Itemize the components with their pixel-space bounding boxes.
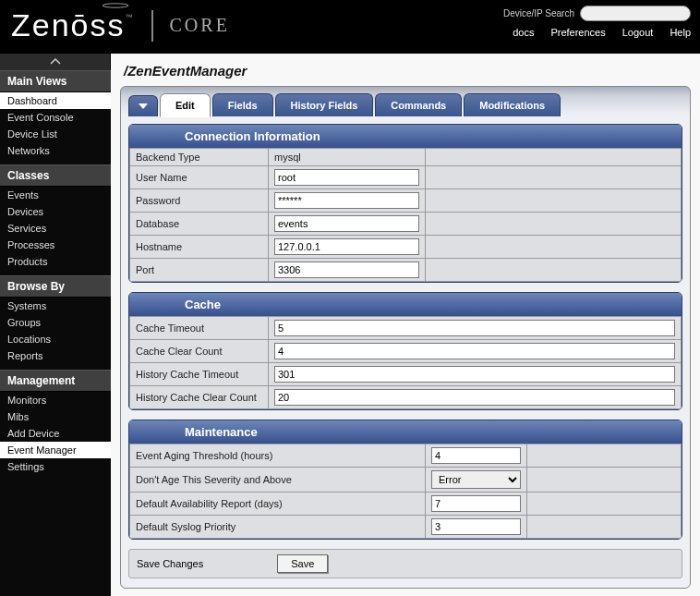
panel-maintenance-header: Maintenance	[129, 420, 682, 444]
syslog-priority-input[interactable]	[431, 518, 521, 535]
database-input[interactable]	[274, 215, 419, 232]
sidebar-item-locations[interactable]: Locations	[0, 331, 111, 347]
logo-subtitle: CORE	[170, 15, 230, 36]
panel-connection: Connection Information Backend Type mysq…	[128, 124, 682, 283]
port-label: Port	[130, 259, 269, 282]
username-input[interactable]	[274, 169, 419, 186]
content-box: Edit Fields History Fields Commands Modi…	[120, 86, 691, 589]
sidebar-item-add-device[interactable]: Add Device	[0, 425, 111, 442]
logo: Zenōss™ CORE	[11, 7, 230, 43]
hostname-label: Hostname	[130, 236, 269, 259]
search-label: Device/IP Search	[503, 8, 574, 18]
database-label: Database	[130, 213, 269, 236]
blank-cell	[426, 149, 682, 166]
syslog-priority-label: Default Syslog Priority	[130, 516, 426, 539]
logo-text: Zenōss™	[11, 7, 135, 43]
sidebar-item-dashboard[interactable]: Dashboard	[0, 92, 111, 109]
history-cache-timeout-input[interactable]	[274, 366, 675, 383]
help-link[interactable]: Help	[670, 27, 691, 38]
history-cache-clear-count-label: History Cache Clear Count	[130, 386, 269, 409]
blank-cell	[426, 166, 682, 189]
username-label: User Name	[130, 166, 269, 189]
sidebar-item-networks[interactable]: Networks	[0, 142, 111, 159]
sidebar-item-processes[interactable]: Processes	[0, 237, 111, 253]
logout-link[interactable]: Logout	[622, 27, 654, 38]
sidebar-section-browse-by: Browse By	[0, 275, 111, 298]
app-header: Zenōss™ CORE Device/IP Search docs Prefe…	[0, 0, 700, 54]
tab-fields[interactable]: Fields	[212, 93, 273, 116]
sidebar-item-products[interactable]: Products	[0, 253, 111, 270]
blank-cell	[426, 236, 682, 259]
backend-type-value: mysql	[269, 149, 426, 166]
panel-connection-header: Connection Information	[129, 125, 682, 148]
main-content: /ZenEventManager Edit Fields History Fie…	[111, 54, 700, 596]
chevron-down-icon	[138, 102, 149, 111]
cache-timeout-label: Cache Timeout	[130, 317, 269, 340]
tab-edit[interactable]: Edit	[160, 93, 211, 117]
cache-timeout-input[interactable]	[274, 320, 675, 336]
password-input[interactable]	[274, 192, 419, 209]
sidebar-item-systems[interactable]: Systems	[0, 298, 111, 314]
tab-history-fields[interactable]: History Fields	[275, 93, 374, 116]
search-input[interactable]	[580, 6, 691, 21]
blank-cell	[527, 444, 682, 468]
blank-cell	[426, 189, 682, 213]
history-cache-clear-count-input[interactable]	[274, 389, 675, 406]
port-input[interactable]	[274, 262, 419, 278]
tab-commands[interactable]: Commands	[375, 93, 462, 116]
sidebar: Main Views Dashboard Event Console Devic…	[0, 70, 111, 596]
tab-bar: Edit Fields History Fields Commands Modi…	[128, 92, 682, 116]
password-label: Password	[130, 189, 269, 213]
save-button[interactable]: Save	[277, 554, 328, 573]
sidebar-item-monitors[interactable]: Monitors	[0, 392, 111, 408]
availability-report-label: Default Availability Report (days)	[130, 493, 426, 516]
aging-threshold-input[interactable]	[431, 447, 521, 464]
sidebar-collapse[interactable]	[0, 54, 111, 70]
blank-cell	[527, 468, 682, 493]
blank-cell	[426, 213, 682, 236]
sidebar-item-devices[interactable]: Devices	[0, 203, 111, 220]
save-row: Save Changes Save	[128, 549, 682, 578]
sidebar-item-device-list[interactable]: Device List	[0, 126, 111, 142]
chevron-up-icon	[50, 58, 61, 66]
panel-maintenance: Maintenance Event Aging Threshold (hours…	[128, 420, 682, 540]
preferences-link[interactable]: Preferences	[550, 27, 605, 38]
panel-cache: Cache Cache Timeout Cache Clear Count Hi…	[128, 292, 682, 410]
halo-icon	[102, 3, 129, 8]
save-changes-label: Save Changes	[137, 558, 203, 569]
sidebar-section-classes: Classes	[0, 164, 111, 187]
availability-report-input[interactable]	[431, 495, 521, 512]
sidebar-section-main-views: Main Views	[0, 70, 111, 92]
panel-cache-header: Cache	[129, 293, 682, 316]
sidebar-item-mibs[interactable]: Mibs	[0, 408, 111, 425]
cache-clear-count-label: Cache Clear Count	[130, 340, 269, 363]
sidebar-item-reports[interactable]: Reports	[0, 347, 111, 364]
blank-cell	[527, 516, 682, 539]
hostname-input[interactable]	[274, 238, 419, 255]
sidebar-item-event-manager[interactable]: Event Manager	[0, 442, 111, 458]
docs-link[interactable]: docs	[513, 27, 534, 38]
sidebar-section-management: Management	[0, 370, 111, 392]
tab-modifications[interactable]: Modifications	[464, 93, 561, 116]
sidebar-item-services[interactable]: Services	[0, 220, 111, 237]
severity-select[interactable]: Error	[431, 470, 521, 489]
breadcrumb: /ZenEventManager	[111, 54, 700, 86]
severity-label: Don't Age This Severity and Above	[130, 468, 426, 493]
sidebar-item-settings[interactable]: Settings	[0, 458, 111, 475]
history-cache-timeout-label: History Cache Timeout	[130, 363, 269, 386]
sidebar-item-groups[interactable]: Groups	[0, 314, 111, 331]
svg-point-0	[103, 4, 128, 7]
blank-cell	[426, 259, 682, 282]
cache-clear-count-input[interactable]	[274, 343, 675, 359]
tab-menu-dropdown[interactable]	[128, 95, 158, 116]
sidebar-item-event-console[interactable]: Event Console	[0, 109, 111, 126]
blank-cell	[527, 493, 682, 516]
sidebar-item-events[interactable]: Events	[0, 187, 111, 203]
aging-threshold-label: Event Aging Threshold (hours)	[130, 444, 426, 468]
logo-divider	[151, 10, 153, 42]
backend-type-label: Backend Type	[130, 149, 269, 166]
top-links: docs Preferences Logout Help	[513, 27, 691, 38]
